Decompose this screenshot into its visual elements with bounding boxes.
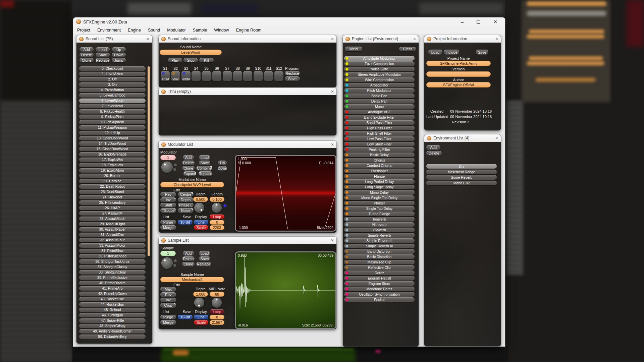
engine-item[interactable]: Basic Delay (344, 153, 415, 157)
midi-note-field[interactable]: 60 (210, 292, 224, 297)
modulator-delete-button[interactable]: Delete (182, 161, 195, 165)
engine-item[interactable]: Stereo Amplitude Modulator (344, 72, 415, 77)
environment-item[interactable]: Mono L+R (426, 181, 497, 185)
program-slot-s1[interactable]: SmM (161, 71, 170, 81)
engine-list-header[interactable]: Engine List (Environment) × (343, 35, 419, 43)
mod-scale-button[interactable]: Scale (194, 225, 208, 230)
menu-engine[interactable]: Engine (128, 28, 141, 33)
sample-replace-button[interactable]: Replace (196, 262, 211, 266)
engine-item[interactable]: Pitch Modulator (344, 88, 415, 93)
modulator-index-field[interactable]: 1 (160, 155, 176, 160)
play-button[interactable]: Play (168, 58, 182, 62)
menu-sound[interactable]: Sound (148, 28, 160, 33)
environment-item[interactable]: Some Reverb (426, 175, 497, 180)
sound-item[interactable]: 17. ExploWet (79, 158, 146, 162)
environment-item[interactable]: Basement Range (426, 170, 497, 174)
engine-item[interactable]: High Shelf Filter (344, 131, 415, 136)
sound-item[interactable]: 42. PrimeUpDown (79, 292, 146, 296)
menu-project[interactable]: Project (77, 28, 90, 33)
centre-button[interactable]: Centre (178, 192, 194, 197)
engine-item[interactable]: Band Exclude Filter (344, 115, 415, 120)
sound-item[interactable]: 25. HitIncendiary (79, 200, 146, 205)
sound-item[interactable]: 36. ShotgunTaskforce (79, 259, 146, 264)
sample-inv-button[interactable]: Inv (160, 298, 176, 302)
mod-depth-field[interactable]: 0.500 (193, 197, 208, 202)
program-save-button[interactable]: Save (285, 76, 300, 81)
engine-item[interactable]: Arpeggiator (344, 83, 415, 87)
sound-item[interactable]: 10. PickupItem (79, 120, 146, 124)
program-replace-button[interactable]: Replace (285, 71, 300, 75)
sample-depth-knob[interactable] (194, 298, 204, 308)
engine-item[interactable]: Everlooper (344, 169, 415, 173)
sound-item[interactable]: 21. Carbine (79, 179, 146, 183)
sound-item[interactable]: 19. ExploAtom (79, 168, 146, 173)
engine-item[interactable]: Ironverb (344, 217, 415, 222)
project-load-button[interactable]: Load (428, 50, 442, 55)
phase-l-button[interactable]: Phase L (178, 203, 194, 207)
sample-size-field[interactable]: 21567 (210, 320, 224, 325)
sample-delete-button[interactable]: Delete (182, 256, 195, 261)
mod-merge-button[interactable]: Merge (160, 225, 176, 230)
environment-list-header[interactable]: Environment List (4) × (424, 134, 501, 142)
engine-item[interactable]: Fuzz Compression (344, 61, 415, 66)
inv-button[interactable]: Inv (160, 197, 176, 202)
engine-item[interactable]: Noise Gate (344, 67, 415, 71)
close-icon[interactable]: × (413, 37, 416, 41)
engine-item[interactable]: Monotone Derez (344, 287, 415, 291)
engine-item[interactable]: Peaking Filter (344, 147, 415, 152)
menu-modulator[interactable]: Modulator (167, 28, 186, 33)
depth-button[interactable]: Depth (178, 197, 194, 202)
modulator-replace-button[interactable]: Replace (199, 171, 212, 176)
sound-item[interactable]: 31. AssaultDim (79, 233, 146, 237)
engine-item[interactable]: Nitroverb (344, 222, 415, 227)
title-bar[interactable]: SFXEngine v2.00 Zeta – × (73, 17, 505, 26)
close-icon[interactable]: × (147, 37, 150, 41)
engine-item[interactable]: Simple Reverb II (344, 238, 415, 243)
engine-item[interactable]: Oscillator Synchronisation (344, 292, 415, 297)
sample-save-button[interactable]: Save (199, 256, 210, 261)
sample-depth-field[interactable]: 1.000 (193, 292, 208, 297)
sound-item[interactable]: 23. DuckStand (79, 190, 146, 194)
sound-item[interactable]: 34. PistolSlow (79, 249, 146, 253)
menu-engine-room[interactable]: Engine Room (236, 28, 262, 33)
sound-item[interactable]: 11. PickupWeapon (79, 125, 146, 130)
sound-item[interactable]: 1. LevelAztec (79, 72, 146, 76)
sound-info-header[interactable]: Sound Information × (159, 35, 336, 43)
engine-item[interactable]: Single Tap Delay (344, 206, 415, 211)
mod-purge-button[interactable]: Purge (160, 220, 176, 225)
engine-item[interactable]: Flange (344, 174, 415, 179)
kill-button[interactable]: Kill (199, 58, 214, 62)
modulator-add-button[interactable]: Add (183, 155, 194, 160)
sound-item[interactable]: 46. Turretgun (79, 313, 146, 317)
sound-item[interactable]: 5. LeverBamboo (79, 93, 146, 98)
engine-item[interactable]: Derez (344, 270, 415, 275)
sound-item[interactable]: 26. HitAP (79, 206, 146, 210)
engine-item[interactable]: Low Shelf Filter (344, 142, 415, 146)
sound-name-field[interactable]: LeverWood (160, 50, 222, 55)
sample-waveform-display[interactable]: 0.983 00:00.489 -0.916 Size: 21568 [8626… (235, 251, 336, 329)
tscope-button[interactable]: TScope (160, 208, 176, 213)
sound-item[interactable]: 38. ShotgunClear (79, 270, 146, 275)
mod-size-field[interactable]: 2203 (210, 225, 224, 230)
engine-item[interactable]: Band Distortion (344, 249, 415, 254)
engine-item[interactable]: Positor (344, 297, 415, 302)
sound-item[interactable]: 7. LeverMetal (79, 104, 146, 108)
sound-item[interactable]: 45. Reload (79, 308, 146, 312)
modulator-save-button[interactable]: Save (199, 161, 210, 165)
engine-item[interactable]: Wire Compression (344, 77, 415, 82)
engine-item[interactable]: Maximized Clip (344, 260, 415, 264)
sound-clone-button[interactable]: Clone (79, 58, 94, 62)
mod-16bit-button[interactable]: 16-Bit (178, 220, 193, 225)
sound-item[interactable]: 6. LeverWood (79, 99, 146, 103)
sample-index-field[interactable]: 1 (160, 251, 176, 256)
clear-button[interactable]: Clear (399, 47, 416, 51)
sound-item[interactable]: 27. AssaultM (79, 211, 146, 216)
sound-add-button[interactable]: Add (79, 47, 94, 52)
program-slot-s5[interactable] (202, 71, 211, 81)
modulator-down-button[interactable]: Down (218, 166, 227, 171)
engine-item[interactable]: Mono Single Tap Delay (344, 195, 415, 200)
project-include-button[interactable]: Include (444, 50, 459, 55)
sample-rev-button[interactable]: Rev (160, 292, 176, 297)
engine-item[interactable]: Delay Pan (344, 99, 415, 104)
project-info-header[interactable]: Project Information × (424, 35, 501, 43)
